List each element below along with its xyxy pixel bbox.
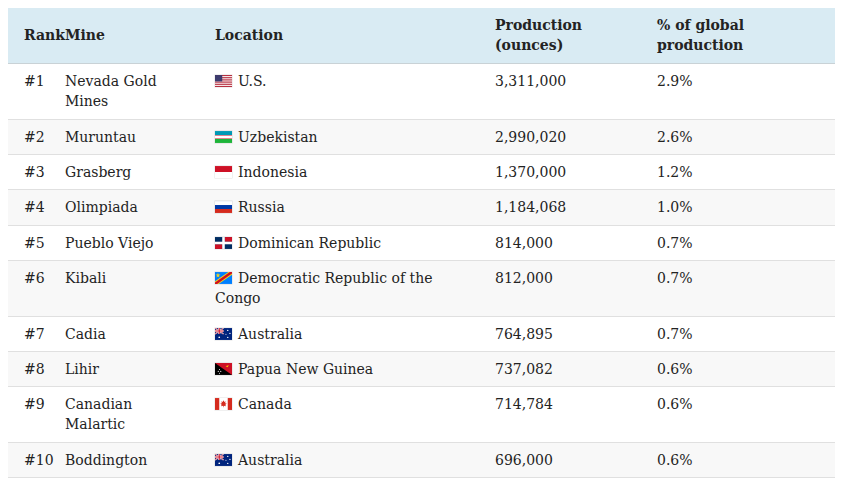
location-cell: Papua New Guinea xyxy=(205,351,485,386)
location-cell: U.S. xyxy=(205,64,485,120)
location-label: Uzbekistan xyxy=(238,129,318,145)
percent-cell: 2.6% xyxy=(647,119,835,154)
production-cell: 1,184,068 xyxy=(485,190,647,225)
rank-cell: #7 xyxy=(8,316,55,351)
table-row: #8 Lihir Papua New Guinea 737,082 0.6% xyxy=(8,351,835,386)
column-header-mine: Mine xyxy=(55,8,205,64)
location-label: Dominican Republic xyxy=(238,235,381,251)
percent-cell: 0.6% xyxy=(647,351,835,386)
mine-cell: Canadian Malartic xyxy=(55,387,205,443)
table-header: Rank Mine Location Production (ounces) %… xyxy=(8,8,835,64)
location-label: Papua New Guinea xyxy=(238,361,373,377)
rank-cell: #1 xyxy=(8,64,55,120)
table-row: #1 Nevada Gold Mines U.S. 3,311,000 2.9% xyxy=(8,64,835,120)
australia-flag-icon xyxy=(215,328,232,340)
mine-cell: Olimpiada xyxy=(55,190,205,225)
mine-cell: Muruntau xyxy=(55,119,205,154)
column-header-percent: % of global production xyxy=(647,8,835,64)
production-cell: 1,370,000 xyxy=(485,155,647,190)
canada-flag-icon xyxy=(215,398,232,410)
location-cell: Australia xyxy=(205,316,485,351)
rank-cell: #10 xyxy=(8,442,55,477)
percent-cell: 1.2% xyxy=(647,155,835,190)
header-row: Rank Mine Location Production (ounces) %… xyxy=(8,8,835,64)
rank-cell: #8 xyxy=(8,351,55,386)
us-flag-icon xyxy=(215,75,232,87)
location-label: U.S. xyxy=(238,73,267,89)
column-header-rank: Rank xyxy=(8,8,55,64)
location-label: Indonesia xyxy=(238,164,307,180)
rank-cell: #2 xyxy=(8,119,55,154)
mine-cell: Kibali xyxy=(55,260,205,316)
percent-cell: 0.7% xyxy=(647,225,835,260)
location-label: Russia xyxy=(238,199,285,215)
papua-new-guinea-flag-icon xyxy=(215,363,232,375)
location-label: Democratic Republic of the Congo xyxy=(215,270,433,306)
percent-cell: 2.9% xyxy=(647,64,835,120)
column-header-production: Production (ounces) xyxy=(485,8,647,64)
location-cell: Indonesia xyxy=(205,155,485,190)
rank-cell: #5 xyxy=(8,225,55,260)
production-cell: 812,000 xyxy=(485,260,647,316)
location-label: Australia xyxy=(238,452,302,468)
table-row: #9 Canadian Malartic Canada 714,784 0.6% xyxy=(8,387,835,443)
location-cell: Uzbekistan xyxy=(205,119,485,154)
production-cell: 2,990,020 xyxy=(485,119,647,154)
russia-flag-icon xyxy=(215,201,232,213)
rank-cell: #3 xyxy=(8,155,55,190)
table-body: #1 Nevada Gold Mines U.S. 3,311,000 2.9%… xyxy=(8,64,835,478)
location-cell: Democratic Republic of the Congo xyxy=(205,260,485,316)
australia-flag-icon xyxy=(215,454,232,466)
production-cell: 737,082 xyxy=(485,351,647,386)
rank-cell: #9 xyxy=(8,387,55,443)
location-cell: Australia xyxy=(205,442,485,477)
mine-cell: Lihir xyxy=(55,351,205,386)
table-row: #2 Muruntau Uzbekistan 2,990,020 2.6% xyxy=(8,119,835,154)
rank-cell: #6 xyxy=(8,260,55,316)
location-cell: Canada xyxy=(205,387,485,443)
production-cell: 3,311,000 xyxy=(485,64,647,120)
column-header-location-label: Location xyxy=(215,26,283,46)
gold-mines-table: Rank Mine Location Production (ounces) %… xyxy=(8,8,835,478)
production-cell: 714,784 xyxy=(485,387,647,443)
production-cell: 696,000 xyxy=(485,442,647,477)
mine-cell: Nevada Gold Mines xyxy=(55,64,205,120)
indonesia-flag-icon xyxy=(215,166,232,178)
mine-cell: Cadia xyxy=(55,316,205,351)
location-label: Australia xyxy=(238,326,302,342)
column-header-rank-label: Rank xyxy=(24,26,65,46)
location-label: Canada xyxy=(238,396,292,412)
uzbekistan-flag-icon xyxy=(215,131,232,143)
mine-cell: Boddington xyxy=(55,442,205,477)
column-header-production-label: Production (ounces) xyxy=(495,16,587,55)
column-header-mine-label: Mine xyxy=(65,26,105,46)
mine-cell: Pueblo Viejo xyxy=(55,225,205,260)
percent-cell: 0.6% xyxy=(647,387,835,443)
table-row: #10 Boddington Australia 696,000 0.6% xyxy=(8,442,835,477)
production-cell: 764,895 xyxy=(485,316,647,351)
location-cell: Dominican Republic xyxy=(205,225,485,260)
table-row: #4 Olimpiada Russia 1,184,068 1.0% xyxy=(8,190,835,225)
dominican-republic-flag-icon xyxy=(215,237,232,249)
table-row: #7 Cadia Australia 764,895 0.7% xyxy=(8,316,835,351)
column-header-location: Location xyxy=(205,8,485,64)
gold-mines-table-container: Rank Mine Location Production (ounces) %… xyxy=(8,8,835,478)
table-row: #5 Pueblo Viejo Dominican Republic 814,0… xyxy=(8,225,835,260)
table-row: #3 Grasberg Indonesia 1,370,000 1.2% xyxy=(8,155,835,190)
percent-cell: 0.7% xyxy=(647,316,835,351)
rank-cell: #4 xyxy=(8,190,55,225)
column-header-percent-label: % of global production xyxy=(657,16,757,55)
percent-cell: 0.6% xyxy=(647,442,835,477)
dr-congo-flag-icon xyxy=(215,272,232,284)
percent-cell: 1.0% xyxy=(647,190,835,225)
mine-cell: Grasberg xyxy=(55,155,205,190)
table-row: #6 Kibali Democratic Republic of the Con… xyxy=(8,260,835,316)
percent-cell: 0.7% xyxy=(647,260,835,316)
location-cell: Russia xyxy=(205,190,485,225)
production-cell: 814,000 xyxy=(485,225,647,260)
